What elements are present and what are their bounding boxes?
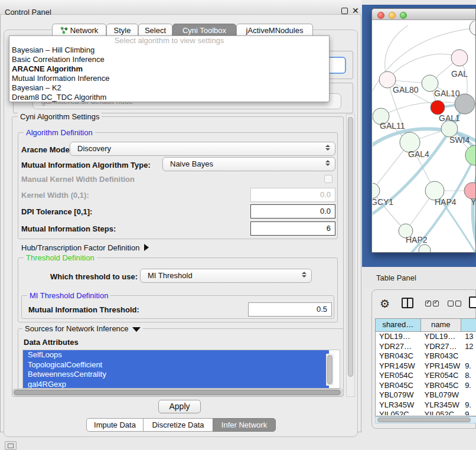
tab-cyni-toolbox-label: Cyni Toolbox xyxy=(182,26,226,35)
dpi-tolerance-field[interactable]: 0.0 xyxy=(250,204,335,219)
table-row[interactable]: YPR145WYPR145W9. xyxy=(376,361,476,371)
gear-icon[interactable]: ⚙ xyxy=(380,297,390,311)
manual-kernel-checkbox[interactable] xyxy=(324,175,332,183)
table-panel: ⚙ shared… name YDL19…YDL19…13 YDR27…YDR2… xyxy=(371,289,476,429)
tab-discretize-data[interactable]: Discretize Data xyxy=(143,418,213,432)
column-header-partial[interactable] xyxy=(461,319,476,331)
combo-arrows-icon xyxy=(325,145,330,151)
mi-threshold-group-title: MI Threshold Definition xyxy=(27,291,110,300)
hub-definition-label: Hub/Transcription Factor Definition xyxy=(21,243,139,252)
kernel-width-field[interactable]: 0.0 xyxy=(250,188,335,202)
settings-scrollbar-thumb[interactable] xyxy=(348,117,353,377)
table-row[interactable]: YIL052CYIL052C9 xyxy=(376,410,476,415)
minimize-traffic-light-icon[interactable] xyxy=(389,12,396,19)
table-hscrollbar[interactable] xyxy=(375,416,476,423)
network-svg: GALGAL80GAL10GAL1GAL11SWI4GAL4GCY1HAP4YH… xyxy=(373,21,475,252)
deselect-all-checkboxes-icon[interactable] xyxy=(448,299,463,308)
tab-select[interactable]: Select xyxy=(138,24,172,37)
restore-panel-icon xyxy=(8,444,14,448)
svg-text:GAL10: GAL10 xyxy=(434,89,460,98)
dropdown-item[interactable]: Bayesian – Hill Climbing xyxy=(9,45,329,55)
network-canvas[interactable]: GALGAL80GAL10GAL1GAL11SWI4GAL4GCY1HAP4YH… xyxy=(373,21,475,252)
mi-type-label: Mutual Information Algorithm Type: xyxy=(21,161,151,169)
select-all-checkboxes-icon[interactable] xyxy=(425,299,441,308)
column-header-name[interactable]: name xyxy=(421,319,462,331)
table-header-row: shared… name xyxy=(376,319,476,332)
tab-network-label: Network xyxy=(70,26,99,35)
svg-text:HAP2: HAP2 xyxy=(406,235,428,244)
tab-select-label: Select xyxy=(145,26,166,35)
restore-panel-button[interactable] xyxy=(5,441,17,450)
list-item[interactable]: TopologicalCoefficient xyxy=(23,360,329,370)
table-panel-title: Table Panel xyxy=(376,273,416,282)
table-row[interactable]: YBL079WYBL079W xyxy=(376,390,476,400)
dropdown-item[interactable]: Dream8 DC_TDC Algorithm xyxy=(9,93,329,102)
svg-text:GAL4: GAL4 xyxy=(408,149,429,159)
hub-definition-disclosure[interactable]: Hub/Transcription Factor Definition xyxy=(21,243,149,252)
list-item[interactable]: gal4RGexp xyxy=(23,380,329,389)
dropdown-item[interactable]: Bayesian – K2 xyxy=(9,83,329,93)
columns-icon[interactable] xyxy=(402,298,413,308)
table-row[interactable]: YDL19…YDL19…13 xyxy=(376,332,476,342)
disclosure-down-icon xyxy=(132,327,141,332)
svg-text:Y: Y xyxy=(471,197,475,207)
table-row[interactable]: YDR27…YDR27…12 xyxy=(376,342,476,352)
mi-type-value: Naive Bayes xyxy=(170,159,213,168)
mi-steps-label: Mutual Information Steps: xyxy=(21,224,116,233)
table-hscrollbar-thumb[interactable] xyxy=(377,418,471,422)
dropdown-prompt: Select algorithm to view settings xyxy=(9,36,329,45)
tab-infer-network[interactable]: Infer Network xyxy=(213,418,276,432)
svg-text:GAL80: GAL80 xyxy=(393,85,419,94)
svg-text:GAL1: GAL1 xyxy=(439,113,460,123)
svg-text:GAL: GAL xyxy=(451,69,468,79)
data-attributes-list: SelfLoops TopologicalCoefficient Between… xyxy=(22,350,340,389)
apply-button[interactable]: Apply xyxy=(158,400,201,413)
settings-hscrollbar-thumb[interactable] xyxy=(14,390,341,395)
zoom-traffic-light-icon[interactable] xyxy=(400,12,407,19)
mi-threshold-field[interactable]: 0.5 xyxy=(248,302,332,317)
mi-threshold-label: Mutual Information Threshold: xyxy=(28,305,139,314)
dropdown-item[interactable]: Basic Correlation Inference xyxy=(9,55,329,64)
tab-network[interactable]: Network xyxy=(52,24,106,37)
list-item[interactable]: SelfLoops xyxy=(23,350,329,360)
which-threshold-combo[interactable]: MI Threshold xyxy=(140,269,312,283)
list-scrollbar-thumb[interactable] xyxy=(327,355,332,384)
which-threshold-value: MI Threshold xyxy=(148,271,193,280)
tab-impute-data[interactable]: Impute Data xyxy=(86,418,144,432)
mi-steps-field[interactable]: 6 xyxy=(250,221,335,236)
settings-scrollbar[interactable] xyxy=(346,114,355,397)
control-panel-title: Control Panel xyxy=(5,8,51,17)
table-row[interactable]: YBR043CYBR043C xyxy=(376,351,476,361)
float-window-icon[interactable] xyxy=(341,8,348,14)
settings-hscrollbar[interactable] xyxy=(12,389,344,396)
list-scrollbar[interactable] xyxy=(326,354,334,386)
list-item[interactable]: BetweennessCentrality xyxy=(23,370,329,380)
svg-text:GAL11: GAL11 xyxy=(380,121,405,131)
threshold-definition-title: Threshold Definition xyxy=(24,253,97,262)
sources-disclosure[interactable]: Sources for Network Inference xyxy=(22,324,143,333)
mi-type-combo[interactable]: Naive Bayes xyxy=(162,157,335,171)
aracne-mode-label: Aracne Mode: xyxy=(21,145,72,154)
dropdown-item-selected[interactable]: ARACNE Algorithm xyxy=(9,64,329,74)
column-header-shared-name[interactable]: shared… xyxy=(376,319,421,331)
tab-jactivemnodules[interactable]: jActiveMNodules xyxy=(236,24,313,37)
table-row[interactable]: YER054CYER054C8. xyxy=(376,371,476,381)
dropdown-item[interactable]: Mutual Information Inference xyxy=(9,74,329,83)
new-table-icon[interactable] xyxy=(469,296,476,308)
table-row[interactable]: YBR045CYBR045C9. xyxy=(376,381,476,391)
svg-text:GCY1: GCY1 xyxy=(373,197,393,207)
aracne-mode-combo[interactable]: Discovery xyxy=(70,142,335,156)
control-panel-titlebar xyxy=(0,0,361,15)
tab-cyni-toolbox[interactable]: Cyni Toolbox xyxy=(172,24,236,37)
close-traffic-light-icon[interactable] xyxy=(377,12,384,19)
aracne-mode-value: Discovery xyxy=(77,144,111,153)
data-attributes-label: Data Attributes xyxy=(24,338,79,347)
network-window-titlebar[interactable] xyxy=(372,9,475,20)
tab-style[interactable]: Style xyxy=(106,24,138,37)
combo-arrows-icon xyxy=(325,160,330,166)
table-row[interactable]: YLR345WYLR345W9. xyxy=(376,400,476,410)
close-icon[interactable]: ✕ xyxy=(352,6,359,15)
dpi-tolerance-label: DPI Tolerance [0,1]: xyxy=(21,207,92,216)
which-threshold-label: Which threshold to use: xyxy=(50,272,138,281)
algorithm-definition-title: Algorithm Definition xyxy=(24,128,95,137)
